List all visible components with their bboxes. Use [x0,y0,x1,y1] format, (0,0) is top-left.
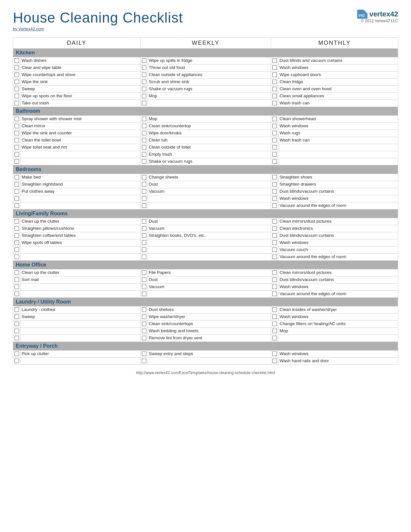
checkbox-monthly-5-1[interactable] [272,314,277,319]
checkbox-weekly-0-1[interactable] [142,65,146,70]
monthly-checkbox-cell[interactable] [271,254,279,261]
daily-checkbox-cell[interactable] [13,86,21,93]
weekly-checkbox-cell[interactable] [140,254,148,261]
checkbox-weekly-1-0[interactable] [142,117,146,121]
checkbox-monthly-5-0[interactable] [272,307,277,312]
daily-checkbox-cell[interactable] [13,100,21,107]
weekly-checkbox-cell[interactable] [140,130,148,137]
checkbox-daily-2-4[interactable] [15,203,19,208]
checkbox-daily-4-0[interactable] [15,270,19,275]
weekly-checkbox-cell[interactable] [140,151,148,158]
daily-checkbox-cell[interactable] [13,174,21,181]
daily-checkbox-cell[interactable] [13,306,21,314]
daily-checkbox-cell[interactable] [13,144,21,151]
checkbox-daily-1-5[interactable] [15,152,19,157]
daily-checkbox-cell[interactable] [13,239,21,247]
checkbox-daily-3-1[interactable] [15,226,19,231]
checkbox-weekly-1-2[interactable] [142,131,146,135]
checkbox-monthly-5-2[interactable] [272,322,277,326]
checkbox-weekly-2-1[interactable] [142,182,146,187]
checkbox-weekly-1-5[interactable] [142,152,146,157]
checkbox-monthly-2-0[interactable] [272,175,277,179]
weekly-checkbox-cell[interactable] [140,174,148,181]
weekly-checkbox-cell[interactable] [140,239,148,247]
monthly-checkbox-cell[interactable] [271,321,279,328]
daily-checkbox-cell[interactable] [13,284,21,291]
checkbox-daily-1-2[interactable] [15,131,19,135]
checkbox-monthly-0-0[interactable] [272,58,277,63]
monthly-checkbox-cell[interactable] [271,284,279,291]
daily-checkbox-cell[interactable] [13,158,21,165]
daily-checkbox-cell[interactable] [13,335,21,342]
checkbox-daily-0-6[interactable] [15,101,19,105]
daily-checkbox-cell[interactable] [13,218,21,225]
checkbox-weekly-1-4[interactable] [142,145,146,150]
checkbox-daily-0-1[interactable] [15,65,19,70]
daily-checkbox-cell[interactable] [13,116,21,123]
monthly-checkbox-cell[interactable] [271,276,279,284]
checkbox-daily-5-0[interactable] [15,307,19,312]
monthly-checkbox-cell[interactable] [271,314,279,321]
weekly-checkbox-cell[interactable] [140,247,148,254]
daily-checkbox-cell[interactable] [13,276,21,284]
checkbox-monthly-2-2[interactable] [272,189,277,194]
monthly-checkbox-cell[interactable] [271,158,279,165]
checkbox-weekly-4-3[interactable] [142,292,146,296]
checkbox-monthly-1-4[interactable] [272,145,277,150]
monthly-checkbox-cell[interactable] [271,144,279,151]
monthly-checkbox-cell[interactable] [271,218,279,225]
checkbox-weekly-3-0[interactable] [142,219,146,224]
checkbox-monthly-3-2[interactable] [272,233,277,238]
checkbox-weekly-0-5[interactable] [142,94,146,98]
checkbox-monthly-0-5[interactable] [272,94,277,98]
checkbox-weekly-6-0[interactable] [142,352,146,356]
checkbox-monthly-1-2[interactable] [272,131,277,135]
weekly-checkbox-cell[interactable] [140,291,148,298]
weekly-checkbox-cell[interactable] [140,314,148,321]
checkbox-daily-2-3[interactable] [15,196,19,201]
weekly-checkbox-cell[interactable] [140,321,148,328]
checkbox-monthly-4-3[interactable] [272,292,277,296]
checkbox-daily-0-2[interactable] [15,73,19,77]
weekly-checkbox-cell[interactable] [140,202,148,209]
weekly-checkbox-cell[interactable] [140,86,148,93]
daily-checkbox-cell[interactable] [13,72,21,79]
daily-checkbox-cell[interactable] [13,202,21,209]
daily-checkbox-cell[interactable] [13,57,21,64]
weekly-checkbox-cell[interactable] [140,57,148,64]
checkbox-daily-0-5[interactable] [15,94,19,98]
checkbox-weekly-5-3[interactable] [142,329,146,333]
checkbox-daily-2-1[interactable] [15,182,19,187]
weekly-checkbox-cell[interactable] [140,328,148,335]
checkbox-monthly-3-5[interactable] [272,255,277,259]
monthly-checkbox-cell[interactable] [271,151,279,158]
checkbox-daily-5-4[interactable] [15,336,19,340]
checkbox-weekly-2-4[interactable] [142,203,146,208]
checkbox-weekly-0-6[interactable] [142,101,146,105]
monthly-checkbox-cell[interactable] [271,358,279,365]
checkbox-daily-6-0[interactable] [15,352,19,356]
weekly-checkbox-cell[interactable] [140,100,148,107]
checkbox-weekly-3-3[interactable] [142,240,146,245]
weekly-checkbox-cell[interactable] [140,64,148,72]
daily-checkbox-cell[interactable] [13,351,21,358]
weekly-checkbox-cell[interactable] [140,195,148,202]
daily-checkbox-cell[interactable] [13,181,21,188]
checkbox-daily-6-1[interactable] [15,359,19,363]
daily-checkbox-cell[interactable] [13,314,21,321]
checkbox-monthly-0-4[interactable] [272,87,277,91]
checkbox-weekly-3-2[interactable] [142,233,146,238]
checkbox-weekly-6-1[interactable] [142,359,146,363]
daily-checkbox-cell[interactable] [13,225,21,232]
checkbox-monthly-1-6[interactable] [272,159,277,164]
monthly-checkbox-cell[interactable] [271,269,279,276]
checkbox-daily-1-0[interactable] [15,117,19,121]
checkbox-daily-3-0[interactable] [15,219,19,224]
checkbox-monthly-5-3[interactable] [272,329,277,333]
weekly-checkbox-cell[interactable] [140,276,148,284]
weekly-checkbox-cell[interactable] [140,181,148,188]
checkbox-monthly-3-1[interactable] [272,226,277,231]
checkbox-weekly-1-1[interactable] [142,124,146,128]
monthly-checkbox-cell[interactable] [271,123,279,130]
checkbox-monthly-3-3[interactable] [272,240,277,245]
